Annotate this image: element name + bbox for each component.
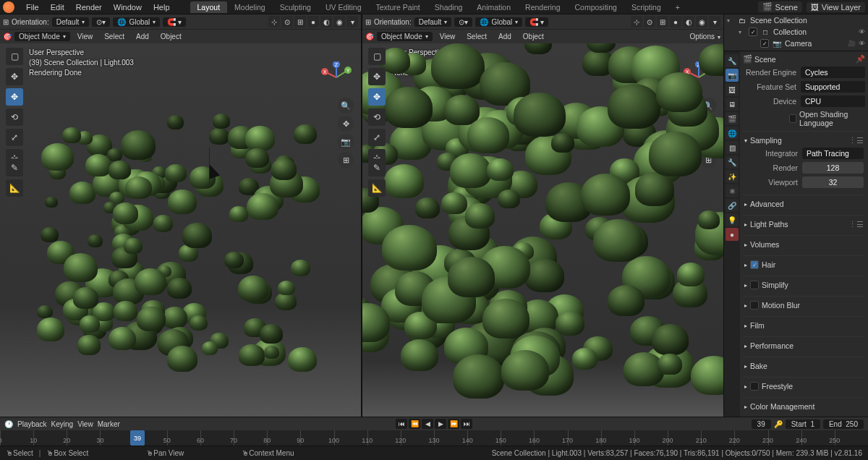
shading-solid-icon[interactable]: ● (670, 16, 681, 27)
tab-sculpting[interactable]: Sculpting (273, 1, 318, 13)
osl-checkbox[interactable] (789, 114, 796, 123)
section-volumes[interactable]: ▸Volumes (744, 239, 864, 250)
tool-rotate[interactable]: ⟲ (6, 108, 23, 126)
orientation-select[interactable]: Default▾ (52, 17, 90, 27)
tool-move[interactable]: ✥ (6, 88, 23, 106)
tab-render-icon[interactable]: 📷 (726, 69, 739, 82)
tab-modeling[interactable]: Modeling (227, 1, 273, 13)
tab-constraints-icon[interactable]: 🔗 (726, 199, 739, 212)
collection-checkbox[interactable]: ✓ (749, 27, 757, 36)
next-key-icon[interactable]: ⏩ (448, 419, 459, 429)
tool-scale[interactable]: ⤢ (6, 129, 23, 146)
jump-start-icon[interactable]: ⏮ (396, 419, 407, 429)
tab-particles-icon[interactable]: ✨ (726, 170, 739, 183)
tool-scale[interactable]: ⤢ (368, 129, 386, 146)
tab-tool-icon[interactable]: 🔧 (726, 54, 739, 67)
pan-icon[interactable]: ✥ (338, 116, 354, 132)
section-enable-checkbox[interactable] (750, 382, 759, 391)
section-bake[interactable]: ▸Bake (744, 360, 864, 372)
menu-render[interactable]: Render (70, 3, 108, 12)
tab-texture-paint[interactable]: Texture Paint (369, 1, 427, 13)
transform-space[interactable]: 🌐Global▾ (475, 17, 522, 27)
tab-modifier-icon[interactable]: 🔧 (726, 156, 739, 169)
tab-material-icon[interactable]: ● (726, 228, 739, 241)
outliner-row[interactable]: ✓📷Camera🎥👁 (724, 38, 868, 49)
timeline-keying-menu[interactable]: Keying (51, 420, 74, 428)
pivot-select[interactable]: ⊙▾ (92, 17, 110, 27)
tab-compositing[interactable]: Compositing (568, 1, 624, 13)
tool-measure[interactable]: 📐 (6, 179, 23, 197)
prev-key-icon[interactable]: ⏪ (409, 419, 420, 429)
preset-icon[interactable]: ⋮☰ (848, 136, 864, 145)
tab-layout[interactable]: Layout (190, 1, 228, 13)
section-motion-blur[interactable]: ▸Motion Blur (744, 299, 864, 311)
orientation-select[interactable]: Default▾ (414, 17, 452, 27)
menu-file[interactable]: File (20, 3, 45, 12)
tab-rendering[interactable]: Rendering (518, 1, 567, 13)
shading-solid-icon[interactable]: ● (307, 16, 319, 27)
section-hair[interactable]: ▸✓Hair (744, 259, 864, 271)
cursor-icon[interactable]: 🎯 (365, 33, 374, 41)
timeline-view-menu[interactable]: View (77, 420, 93, 428)
section-freestyle[interactable]: ▸Freestyle (744, 380, 864, 392)
tool-cursor[interactable]: ✥ (368, 68, 386, 85)
section-enable-checkbox[interactable] (750, 281, 759, 289)
tab-uv-editing[interactable]: UV Editing (318, 1, 369, 13)
mode-select[interactable]: Object Mode ▾ (14, 32, 70, 41)
section-color-management[interactable]: ▸Color Management (744, 401, 864, 412)
tab-output-icon[interactable]: 🖼 (726, 83, 739, 96)
tab-world-icon[interactable]: 🌐 (726, 127, 739, 140)
shading-menu-icon[interactable]: ▾ (709, 16, 720, 27)
menu-window[interactable]: Window (108, 3, 148, 12)
jump-end-icon[interactable]: ⏭ (461, 419, 472, 429)
viewport-samples-input[interactable]: 32 (802, 176, 864, 188)
device-select[interactable]: CPU (801, 95, 865, 107)
tool-rotate[interactable]: ⟲ (368, 108, 386, 126)
nav-add[interactable]: Add (132, 33, 153, 41)
viewport-canvas[interactable]: User Perspective (39) Scene Collection |… (0, 43, 361, 417)
visibility-checkbox[interactable]: ✓ (760, 39, 769, 48)
snap-select[interactable]: 🧲 ▾ (525, 17, 548, 27)
scene-selector[interactable]: 🎬Scene (758, 1, 802, 12)
tool-select-box[interactable]: ▢ (368, 48, 386, 65)
timeline-playhead[interactable]: 39 (130, 430, 145, 446)
tab-shading[interactable]: Shading (427, 1, 470, 13)
transform-space[interactable]: 🌐Global▾ (113, 17, 160, 27)
tab-data-icon[interactable]: 💡 (726, 213, 739, 226)
tool-annotate[interactable]: ✎ (6, 159, 23, 176)
tab-scene-icon[interactable]: 🎬 (726, 112, 739, 125)
cursor-icon[interactable]: 🎯 (3, 33, 12, 41)
perspective-toggle-icon[interactable]: ⊞ (338, 152, 354, 168)
editor-type-icon[interactable]: ⊞ (3, 18, 9, 26)
editor-type-icon[interactable]: 🕐 (4, 420, 13, 428)
shading-matprev-icon[interactable]: ◐ (683, 16, 694, 27)
shading-matprev-icon[interactable]: ◐ (320, 16, 332, 27)
outliner[interactable]: ▾🗀 Scene Collection ▾✓□Collection👁✓📷Came… (724, 14, 868, 51)
section-enable-checkbox[interactable] (750, 301, 759, 310)
section-film[interactable]: ▸Film (744, 320, 864, 331)
menu-edit[interactable]: Edit (45, 3, 70, 12)
section-performance[interactable]: ▸Performance (744, 340, 864, 352)
viewlayer-selector[interactable]: 🖼View Layer (807, 2, 865, 12)
section-enable-checkbox[interactable]: ✓ (750, 260, 759, 269)
sampling-header[interactable]: Sampling (750, 136, 782, 145)
integrator-select[interactable]: Path Tracing (802, 148, 864, 159)
play-icon[interactable]: ▶ (435, 419, 446, 429)
tab-physics-icon[interactable]: ⚛ (726, 184, 739, 197)
section-light-paths[interactable]: ▸Light Paths⋮☰ (744, 218, 864, 230)
timeline-track[interactable]: 0102030405060708090100110120130140150160… (0, 430, 868, 446)
section-advanced[interactable]: ▸Advanced (744, 198, 864, 210)
play-reverse-icon[interactable]: ◀ (422, 419, 433, 429)
zoom-icon[interactable]: 🔍 (338, 98, 354, 114)
tool-move[interactable]: ✥ (368, 88, 386, 106)
shading-wire-icon[interactable]: ⊞ (657, 16, 668, 27)
feature-set-select[interactable]: Supported (801, 81, 865, 93)
snap-select[interactable]: 🧲 ▾ (163, 17, 186, 27)
outliner-root[interactable]: ▾🗀 Scene Collection (724, 14, 868, 26)
render-samples-input[interactable]: 128 (802, 162, 864, 174)
nav-select[interactable]: Select (100, 33, 129, 41)
tab-object-icon[interactable]: ▧ (726, 141, 739, 154)
timeline-playback-menu[interactable]: Playback (17, 420, 47, 428)
tab-viewlayer-icon[interactable]: 🖥 (726, 98, 739, 111)
menu-help[interactable]: Help (148, 3, 176, 12)
